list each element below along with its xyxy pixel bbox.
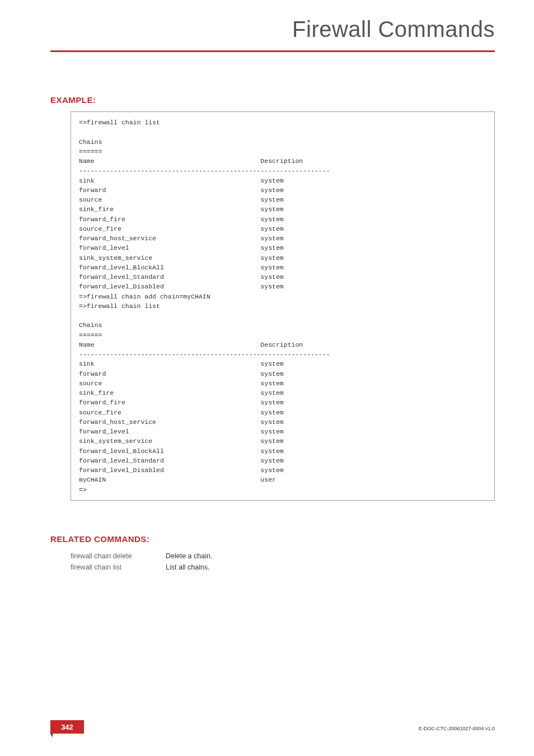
related-commands-table: firewall chain delete Delete a chain. fi…: [71, 550, 212, 573]
table-row: firewall chain list List all chains.: [71, 562, 212, 573]
related-command-desc: Delete a chain.: [166, 550, 212, 562]
page-content: EXAMPLE: =>firewall chain list Chains ==…: [0, 67, 534, 573]
page-number-badge: 342: [50, 720, 84, 734]
related-commands-heading: RELATED COMMANDS:: [50, 534, 495, 544]
related-command-name: firewall chain delete: [71, 550, 166, 562]
related-command-name: firewall chain list: [71, 562, 166, 573]
example-heading: EXAMPLE:: [50, 95, 495, 105]
example-code-block: =>firewall chain list Chains ====== Name…: [71, 111, 495, 501]
badge-tail: [50, 734, 53, 738]
document-id: E-DOC-CTC-20061027-0004 v1.0: [419, 726, 495, 731]
page-footer: 342 E-DOC-CTC-20061027-0004 v1.0: [50, 718, 495, 734]
header-rule: [50, 50, 495, 52]
related-command-desc: List all chains.: [166, 562, 212, 573]
page-header: Firewall Commands: [0, 0, 534, 67]
table-row: firewall chain delete Delete a chain.: [71, 550, 212, 562]
page-title: Firewall Commands: [292, 17, 495, 42]
